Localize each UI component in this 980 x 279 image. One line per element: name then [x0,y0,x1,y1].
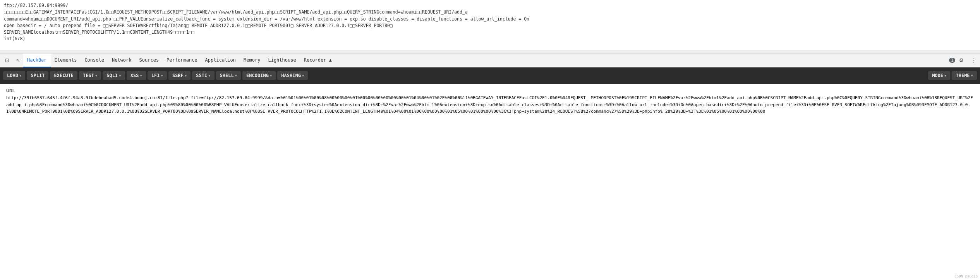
ssti-caret-icon: ▼ [208,74,210,78]
execute-button[interactable]: EXECUTE [50,71,77,80]
content-line6: int(678) [4,36,976,42]
sqli-caret-icon: ▼ [119,74,121,78]
tab-elements[interactable]: Elements [51,53,81,67]
mode-button[interactable]: MODE ▼ [928,71,950,80]
ssrf-button[interactable]: SSRF ▼ [168,71,191,80]
encoding-button[interactable]: ENCODING ▼ [242,71,276,80]
browser-content: ftp://82.157.69.84:9999/ □□□□□□□□E□□GATE… [0,0,980,50]
xss-button[interactable]: XSS ▼ [127,71,146,80]
lfi-caret-icon: ▼ [161,74,163,78]
url-section: URL http://39fb6537-645f-4f6f-94a3-9fbde… [0,84,980,117]
split-button[interactable]: SPLIT [27,71,48,80]
ssrf-caret-icon: ▼ [185,74,187,78]
test-caret-icon: ▼ [95,74,97,78]
content-line3: command=whoami□□DOCUMENT_URI/add_api.php… [4,16,976,22]
devtools-badge: 1 [949,58,955,63]
devtools-more-icon[interactable]: ⋮ [968,55,978,66]
tab-application[interactable]: Application [201,53,240,67]
content-line5: SERVER_NAMElocalhost□□SERVER_PROTOCOLHTT… [4,29,976,36]
tab-lighthouse[interactable]: Lighthouse [264,53,300,67]
tab-hackbar[interactable]: HackBar [23,53,51,67]
tab-memory[interactable]: Memory [240,53,264,67]
url-label: URL [6,88,974,93]
test-button[interactable]: TEST ▼ [79,71,101,80]
theme-caret-icon: ▼ [971,74,973,78]
xss-caret-icon: ▼ [140,74,142,78]
tab-sources[interactable]: Sources [136,53,163,67]
tab-console[interactable]: Console [81,53,108,67]
encoding-caret-icon: ▼ [270,74,272,78]
theme-button[interactable]: THEME ▼ [952,71,977,80]
load-button[interactable]: LOAD ▼ [3,71,25,80]
devtools-settings-icon[interactable]: ⚙ [956,55,967,66]
hashing-button[interactable]: HASHING ▼ [277,71,308,80]
content-line2: □□□□□□□□E□□GATEWAY_INTERFACEFastCGI/1.0□… [4,9,976,16]
shell-caret-icon: ▼ [235,74,237,78]
shell-button[interactable]: SHELL ▼ [216,71,241,80]
tab-recorder[interactable]: Recorder ▲ [300,53,336,67]
lfi-button[interactable]: LFI ▼ [148,71,167,80]
device-toggle-icon[interactable]: ⊡ [2,55,12,66]
tab-performance[interactable]: Performance [163,53,201,67]
ssti-button[interactable]: SSTI ▼ [192,71,214,80]
content-line4: open_basedir = / auto_prepend_file = □□S… [4,22,976,29]
hackbar-toolbar: LOAD ▼ SPLIT EXECUTE TEST ▼ SQLI ▼ XSS ▼… [0,67,980,84]
mode-caret-icon: ▼ [944,74,946,78]
devtools-tabbar: ⊡ ↖ HackBar Elements Console Network Sou… [0,53,980,67]
sqli-button[interactable]: SQLI ▼ [103,71,125,80]
hashing-caret-icon: ▼ [302,74,304,78]
url-value: http://39fb6537-645f-4f6f-94a3-9fbdebeab… [6,95,974,115]
inspect-icon[interactable]: ↖ [12,55,23,66]
content-line1: ftp://82.157.69.84:9999/ [4,2,976,9]
tab-network[interactable]: Network [108,53,136,67]
load-caret-icon: ▼ [19,74,21,78]
